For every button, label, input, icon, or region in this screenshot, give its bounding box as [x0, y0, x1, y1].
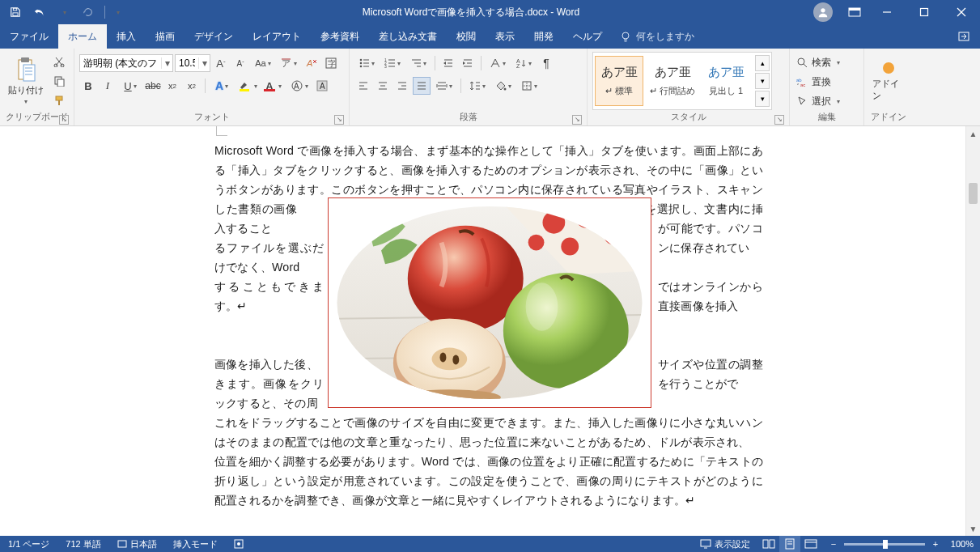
align-justify-icon[interactable]: [413, 77, 431, 95]
scroll-down-icon[interactable]: ▼: [966, 521, 980, 536]
font-launcher[interactable]: ↘: [334, 115, 344, 125]
font-name-combo[interactable]: ▾: [79, 54, 173, 72]
highlight-icon[interactable]: [235, 77, 260, 95]
tab-references[interactable]: 参考資料: [311, 24, 369, 49]
font-name-input[interactable]: [80, 55, 161, 71]
character-shading-icon[interactable]: A: [287, 77, 312, 95]
scroll-thumb[interactable]: [969, 183, 978, 204]
align-left-icon[interactable]: [354, 77, 372, 95]
zoom-thumb[interactable]: [883, 540, 888, 549]
tab-draw[interactable]: 描画: [146, 24, 185, 49]
enclose-characters-icon[interactable]: 字: [322, 54, 340, 72]
replace-button[interactable]: abac置換: [795, 74, 842, 91]
clear-formatting-icon[interactable]: A: [303, 54, 320, 72]
zoom-in-button[interactable]: +: [930, 538, 941, 550]
shading-icon[interactable]: [491, 77, 515, 95]
tab-view[interactable]: 表示: [486, 24, 524, 49]
distributed-icon[interactable]: [432, 77, 456, 95]
style-no-spacing[interactable]: あア亜↵ 行間詰め: [648, 56, 697, 106]
status-macro[interactable]: [226, 536, 252, 552]
sort-icon[interactable]: AZ: [511, 54, 536, 72]
grow-font-icon[interactable]: Aˆ: [212, 54, 230, 72]
zoom-value[interactable]: 100%: [946, 539, 974, 549]
character-border-icon[interactable]: A: [313, 77, 331, 95]
clipboard-launcher[interactable]: ↘: [59, 115, 69, 125]
zoom-slider[interactable]: [844, 543, 925, 546]
scroll-up-icon[interactable]: ▲: [966, 126, 980, 141]
style-heading1[interactable]: あア亜見出し 1: [702, 56, 750, 106]
status-words[interactable]: 712 単語: [57, 536, 108, 552]
select-button[interactable]: 選択▾: [795, 93, 842, 110]
underline-button[interactable]: U: [118, 77, 142, 95]
save-icon[interactable]: [5, 2, 26, 22]
align-right-icon[interactable]: [393, 77, 411, 95]
style-scroll-down[interactable]: ▾: [755, 73, 770, 89]
borders-icon[interactable]: [517, 77, 541, 95]
tab-mailings[interactable]: 差し込み文書: [369, 24, 447, 49]
vertical-scrollbar[interactable]: ▲ ▼: [965, 126, 980, 536]
shrink-font-icon[interactable]: Aˇ: [231, 54, 249, 72]
chevron-down-icon[interactable]: ▾: [161, 57, 172, 69]
view-print-layout[interactable]: [779, 536, 800, 552]
text-effects-icon[interactable]: A: [210, 77, 234, 95]
show-marks-icon[interactable]: ¶: [537, 54, 555, 72]
status-display-settings[interactable]: 表示設定: [692, 536, 758, 552]
style-expand[interactable]: ▾: [755, 91, 770, 107]
status-page[interactable]: 1/1 ページ: [0, 536, 57, 552]
scroll-track[interactable]: [966, 141, 980, 521]
decrease-indent-icon[interactable]: [439, 54, 457, 72]
qat-customize-dropdown[interactable]: [111, 2, 124, 22]
cut-icon[interactable]: [50, 53, 68, 70]
font-size-input[interactable]: [176, 55, 198, 71]
superscript-button[interactable]: x2: [183, 77, 201, 95]
close-button[interactable]: [943, 0, 980, 24]
align-center-icon[interactable]: [374, 77, 392, 95]
tab-home[interactable]: ホーム: [58, 24, 107, 49]
phonetic-guide-icon[interactable]: ア: [277, 54, 301, 72]
italic-button[interactable]: I: [99, 77, 117, 95]
ribbon-display-options-icon[interactable]: [841, 0, 868, 24]
share-button[interactable]: [948, 24, 980, 49]
style-scroll-up[interactable]: ▴: [755, 55, 770, 71]
addin-button[interactable]: アドイン: [869, 58, 908, 104]
document-scroll[interactable]: Microsoft Word で画像を挿入する場合、まず基本的な操作として「挿入…: [0, 126, 965, 536]
tab-review[interactable]: 校閲: [447, 24, 486, 49]
bold-button[interactable]: B: [79, 77, 97, 95]
subscript-button[interactable]: x2: [163, 77, 181, 95]
tab-help[interactable]: ヘルプ: [563, 24, 612, 49]
paragraph-launcher[interactable]: ↘: [572, 115, 582, 125]
chevron-down-icon[interactable]: ▾: [198, 57, 210, 69]
undo-icon[interactable]: [29, 2, 50, 22]
redo-icon[interactable]: [78, 2, 99, 22]
paste-button[interactable]: 貼り付け ▾: [5, 55, 47, 107]
copy-icon[interactable]: [50, 72, 68, 90]
minimize-button[interactable]: [868, 0, 906, 24]
tell-me[interactable]: 何をしますか: [612, 24, 702, 49]
maximize-button[interactable]: [906, 0, 943, 24]
asian-layout-icon[interactable]: [486, 54, 510, 72]
inserted-image[interactable]: [328, 197, 651, 408]
increase-indent-icon[interactable]: [459, 54, 477, 72]
change-case-icon[interactable]: Aa: [251, 54, 275, 72]
view-web-layout[interactable]: [800, 536, 821, 552]
zoom-out-button[interactable]: −: [828, 538, 839, 550]
styles-launcher[interactable]: ↘: [774, 115, 784, 125]
view-read-mode[interactable]: [758, 536, 779, 552]
bullets-icon[interactable]: [354, 54, 379, 72]
line-spacing-icon[interactable]: [465, 77, 490, 95]
find-button[interactable]: 検索▾: [795, 54, 842, 71]
tab-insert[interactable]: 挿入: [107, 24, 146, 49]
tab-layout[interactable]: レイアウト: [243, 24, 311, 49]
tab-file[interactable]: ファイル: [0, 24, 58, 49]
strikethrough-button[interactable]: abc: [144, 77, 162, 95]
undo-dropdown[interactable]: [53, 2, 74, 22]
numbering-icon[interactable]: 123: [380, 54, 405, 72]
font-color-icon[interactable]: A: [261, 77, 286, 95]
format-painter-icon[interactable]: [50, 91, 68, 109]
font-size-combo[interactable]: ▾: [175, 54, 210, 72]
tab-developer[interactable]: 開発: [524, 24, 563, 49]
status-language[interactable]: 日本語: [109, 536, 165, 552]
status-insert-mode[interactable]: 挿入モード: [165, 536, 226, 552]
account-avatar[interactable]: [813, 2, 833, 22]
multilevel-list-icon[interactable]: [406, 54, 431, 72]
